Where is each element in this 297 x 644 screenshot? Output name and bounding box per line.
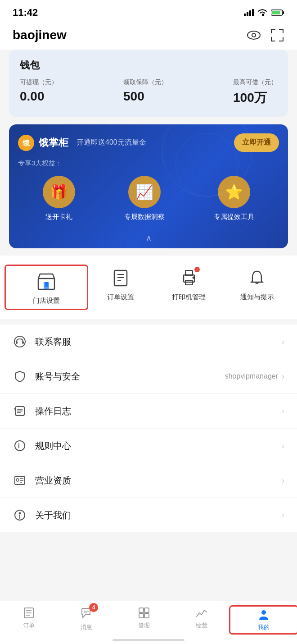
svg-point-57	[261, 610, 266, 615]
wallet-value-1: 500	[123, 89, 167, 104]
eye-icon[interactable]	[247, 30, 261, 40]
promo-logo-icon: 饿	[18, 135, 34, 151]
svg-rect-36	[14, 408, 16, 410]
quick-action-order[interactable]: 订单设置	[87, 266, 155, 309]
operation-log-label: 操作日志	[35, 405, 282, 417]
promo-item-gift: 🎁 送开卡礼	[43, 176, 75, 221]
menu-item-customer-service[interactable]: 联系客服 ›	[0, 324, 297, 359]
printer-label: 打印机管理	[172, 293, 206, 301]
business-license-label: 营业资质	[35, 475, 282, 487]
wallet-stat-withdrawable: 可提现（元） 0.00	[20, 78, 58, 106]
wallet-value-2: 100万	[233, 89, 277, 106]
header-actions	[247, 28, 284, 42]
svg-rect-5	[283, 11, 284, 14]
wallet-label-2: 最高可借（元）	[233, 78, 277, 87]
about-label: 关于我们	[35, 509, 282, 521]
svg-rect-10	[271, 29, 272, 33]
account-security-icon	[13, 369, 27, 384]
store-label: 门店设置	[33, 297, 60, 305]
nav-item-mine[interactable]: 我的	[230, 607, 297, 633]
operation-log-icon	[13, 404, 27, 418]
scan-icon[interactable]	[270, 28, 284, 42]
nav-item-stats[interactable]: 经营	[173, 607, 230, 633]
wallet-label-0: 可提现（元）	[20, 78, 58, 87]
signal-icon	[244, 9, 254, 16]
svg-rect-6	[272, 11, 280, 14]
menu-item-account-security[interactable]: 账号与安全 shopvipmanager ›	[0, 359, 297, 394]
promo-item-label-1: 专属数据洞察	[124, 213, 165, 221]
promo-banner[interactable]: 饿 饿掌柜 开通即送400元流量金 立即开通 专享3大权益： 🎁 送开卡礼 📈 …	[9, 124, 288, 248]
about-icon	[13, 508, 27, 522]
svg-rect-0	[244, 14, 246, 16]
nav-message-label: 消息	[81, 623, 92, 631]
menu-section: 联系客服 › 账号与安全 shopvipmanager ›	[0, 324, 297, 532]
nav-order-icon	[22, 607, 35, 619]
svg-rect-20	[45, 282, 48, 287]
menu-item-business-license[interactable]: 营业资质 ›	[0, 463, 297, 498]
rules-center-icon: i	[13, 438, 27, 453]
svg-rect-31	[22, 341, 24, 344]
rules-center-arrow: ›	[282, 441, 284, 451]
bottom-nav: 订单 4 消息 管理 经营 我的	[0, 601, 297, 644]
promo-collapse-chevron[interactable]: ∧	[18, 230, 279, 248]
promo-tagline: 开通即送400元流量金	[76, 138, 146, 147]
svg-rect-56	[144, 613, 149, 618]
svg-rect-54	[144, 608, 149, 612]
quick-action-store[interactable]: 门店设置	[6, 266, 87, 309]
svg-rect-1	[247, 12, 248, 16]
promo-item-data: 📈 专属数据洞察	[124, 176, 165, 221]
message-badge: 4	[89, 603, 98, 612]
promo-items: 🎁 送开卡礼 📈 专属数据洞察 ⭐ 专属提效工具	[18, 176, 279, 230]
store-icon	[35, 269, 58, 293]
quick-action-printer[interactable]: 打印机管理	[155, 266, 223, 309]
status-bar: 11:42	[0, 0, 297, 23]
business-license-icon	[13, 473, 27, 488]
svg-rect-12	[283, 29, 284, 33]
menu-item-about[interactable]: 关于我们 ›	[0, 498, 297, 532]
app-title: baojinew	[13, 28, 67, 42]
nav-item-message[interactable]: 4 消息	[58, 607, 115, 633]
menu-item-operation-log[interactable]: 操作日志 ›	[0, 394, 297, 429]
svg-point-7	[248, 31, 260, 39]
promo-logo-text: 饿掌柜	[39, 136, 68, 150]
wallet-stat-guarantee: 领取保障（元） 500	[123, 78, 167, 106]
svg-rect-16	[283, 37, 284, 41]
wallet-stat-max-borrow: 最高可借（元） 100万	[233, 78, 277, 106]
nav-mine-icon	[257, 608, 270, 621]
status-time: 11:42	[13, 7, 38, 18]
nav-stats-icon	[195, 607, 208, 619]
svg-text:饿: 饿	[22, 139, 30, 147]
account-security-value: shopvipmanager	[225, 372, 278, 380]
svg-point-40	[16, 479, 19, 481]
menu-item-rules-center[interactable]: i 规则中心 ›	[0, 429, 297, 463]
operation-log-arrow: ›	[282, 406, 284, 416]
svg-text:i: i	[18, 442, 20, 449]
wallet-title: 钱包	[20, 59, 277, 72]
home-indicator	[112, 639, 184, 641]
nav-order-label: 订单	[23, 621, 35, 630]
nav-item-order[interactable]: 订单	[0, 607, 58, 633]
account-security-arrow: ›	[282, 372, 284, 381]
header: baojinew	[0, 23, 297, 50]
promo-data-icon: 📈	[128, 176, 161, 208]
status-icons	[244, 9, 284, 16]
wallet-value-0: 0.00	[20, 89, 58, 104]
printer-icon	[177, 266, 201, 289]
svg-point-45	[19, 512, 21, 515]
nav-mine-label: 我的	[258, 623, 270, 631]
svg-rect-53	[139, 608, 144, 612]
promo-gift-icon: 🎁	[43, 176, 75, 208]
svg-rect-3	[252, 9, 254, 16]
wallet-card: 钱包 可提现（元） 0.00 领取保障（元） 500 最高可借（元） 100万	[9, 50, 288, 117]
order-icon	[109, 266, 132, 289]
wallet-label-1: 领取保障（元）	[123, 78, 167, 87]
svg-rect-55	[139, 613, 144, 618]
svg-point-28	[192, 277, 194, 279]
customer-service-arrow: ›	[282, 337, 284, 347]
promo-item-label-2: 专属提效工具	[214, 213, 254, 221]
svg-rect-14	[271, 37, 272, 41]
nav-item-manage[interactable]: 管理	[115, 607, 173, 633]
promo-item-label-0: 送开卡礼	[45, 213, 72, 221]
battery-icon	[271, 9, 284, 16]
quick-action-notify[interactable]: 通知与提示	[223, 266, 292, 309]
